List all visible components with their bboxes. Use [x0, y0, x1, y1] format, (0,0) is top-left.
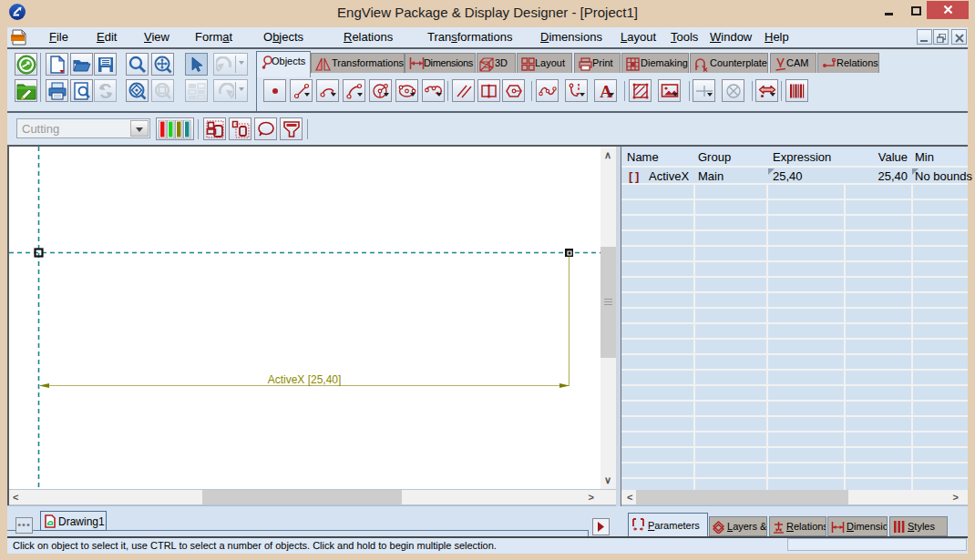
- svg-text:ActiveX [25,40]: ActiveX [25,40]: [268, 373, 342, 386]
